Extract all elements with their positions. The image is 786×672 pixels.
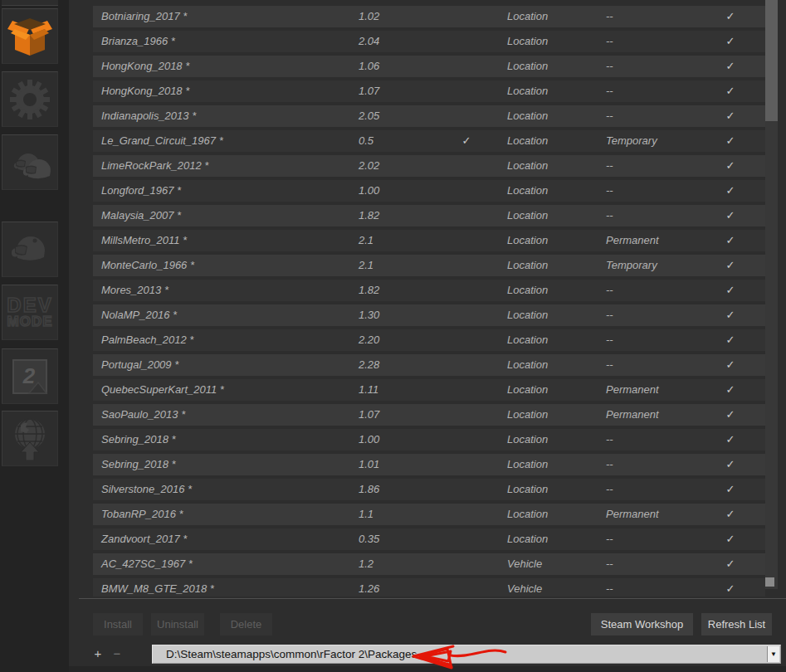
installed-check-icon	[456, 280, 476, 301]
package-type: Location	[507, 155, 548, 177]
table-row[interactable]: Sebring_2018 * 1.00 Location -- ✓	[93, 429, 765, 450]
package-type: Location	[507, 105, 548, 127]
verified-check-icon: ✓	[720, 578, 740, 597]
package-version: 1.06	[359, 56, 379, 77]
installed-check-icon	[456, 479, 476, 500]
package-version: 1.00	[359, 429, 379, 450]
packages-path-value: D:\Steam\steamapps\common\rFactor 2\Pack…	[166, 645, 417, 663]
chevron-down-icon[interactable]: ▼	[767, 646, 779, 662]
installed-check-icon	[456, 404, 476, 426]
installed-check-icon	[456, 504, 476, 525]
sidebar-item-partial[interactable]	[2, 0, 58, 6]
installed-check-icon	[456, 379, 476, 401]
package-version: 1.07	[359, 404, 379, 426]
uninstall-button[interactable]: Uninstall	[151, 613, 204, 635]
table-row[interactable]: MonteCarlo_1966 * 2.1 Location Temporary…	[93, 255, 765, 276]
installed-check-icon	[456, 578, 476, 597]
package-status: --	[606, 553, 613, 575]
table-row[interactable]: Zandvoort_2017 * 0.35 Location -- ✓	[93, 528, 765, 550]
dev-mode-label-line1: DEV	[7, 296, 52, 315]
table-row[interactable]: Portugal_2009 * 2.28 Location -- ✓	[93, 354, 765, 376]
package-type: Location	[507, 504, 548, 525]
table-row[interactable]: TobanRP_2016 * 1.1 Location Permanent ✓	[93, 504, 765, 525]
add-path-button[interactable]: +	[90, 644, 105, 664]
package-name: Silverstone_2016 *	[101, 479, 192, 500]
package-version: 1.82	[359, 280, 379, 301]
package-status: --	[606, 578, 613, 597]
package-status: Permanent	[606, 504, 659, 525]
packages-path-dropdown[interactable]: D:\Steam\steamapps\common\rFactor 2\Pack…	[152, 645, 781, 664]
steam-workshop-button[interactable]: Steam Workshop	[591, 613, 693, 635]
verified-check-icon: ✓	[720, 553, 740, 575]
package-status: Permanent	[606, 230, 659, 251]
table-row[interactable]: Silverstone_2016 * 1.86 Location -- ✓	[93, 479, 765, 500]
sidebar-item-rfactor2[interactable]: 2	[2, 348, 58, 404]
delete-button[interactable]: Delete	[220, 613, 272, 635]
sidebar-item-dev-mode[interactable]: DEV MODE	[2, 285, 58, 340]
installed-check-icon	[456, 180, 476, 202]
scrollbar-corner	[765, 577, 774, 587]
table-row[interactable]: Mores_2013 * 1.82 Location -- ✓	[93, 280, 765, 301]
package-type: Location	[507, 304, 548, 326]
package-status: --	[606, 180, 613, 202]
table-row[interactable]: HongKong_2018 * 1.06 Location -- ✓	[93, 56, 765, 77]
dual-helmets-icon	[7, 143, 53, 183]
table-row[interactable]: SaoPaulo_2013 * 1.07 Location Permanent …	[93, 404, 765, 426]
package-version: 1.1	[359, 504, 373, 525]
installed-check-icon	[456, 155, 476, 177]
install-button[interactable]: Install	[93, 613, 143, 635]
scrollbar-thumb[interactable]	[765, 0, 778, 121]
package-status: --	[606, 454, 613, 475]
package-version: 2.20	[359, 329, 379, 351]
table-row[interactable]: QuebecSuperKart_2011 * 1.11 Location Per…	[93, 379, 765, 401]
sidebar-item-singleplayer[interactable]	[2, 222, 58, 277]
table-row[interactable]: Le_Grand_Circuit_1967 * 0.5 ✓ Location T…	[93, 130, 765, 152]
table-row[interactable]: Indianapolis_2013 * 2.05 Location -- ✓	[93, 105, 765, 127]
verified-check-icon: ✓	[720, 255, 740, 276]
package-status: --	[606, 205, 613, 226]
refresh-list-button[interactable]: Refresh List	[701, 613, 772, 635]
installed-check-icon	[456, 230, 476, 251]
verified-check-icon: ✓	[720, 155, 740, 177]
package-version: 2.1	[359, 255, 373, 276]
package-type: Location	[507, 280, 548, 301]
verified-check-icon: ✓	[720, 454, 740, 475]
table-row[interactable]: MillsMetro_2011 * 2.1 Location Permanent…	[93, 230, 765, 251]
table-row[interactable]: NolaMP_2016 * 1.30 Location -- ✓	[93, 304, 765, 326]
scrollbar-track[interactable]	[765, 0, 778, 589]
package-type: Location	[507, 180, 548, 202]
sidebar-item-packages[interactable]	[2, 8, 58, 64]
package-type: Location	[507, 404, 548, 426]
package-name: Botniaring_2017 *	[101, 6, 187, 27]
sidebar-item-multiplayer[interactable]	[2, 134, 58, 190]
package-status: --	[606, 528, 613, 550]
table-row[interactable]: Botniaring_2017 * 1.02 Location -- ✓	[93, 6, 765, 27]
package-status: Temporary	[606, 255, 657, 276]
table-row[interactable]: BMW_M8_GTE_2018 * 1.26 Vehicle -- ✓	[93, 578, 765, 597]
verified-check-icon: ✓	[720, 329, 740, 351]
verified-check-icon: ✓	[720, 31, 740, 52]
table-row[interactable]: PalmBeach_2012 * 2.20 Location -- ✓	[93, 329, 765, 351]
package-name: BMW_M8_GTE_2018 *	[101, 578, 214, 597]
sidebar-item-settings[interactable]	[2, 71, 58, 127]
table-row[interactable]: Longford_1967 * 1.00 Location -- ✓	[93, 180, 765, 202]
table-row[interactable]: Brianza_1966 * 2.04 Location -- ✓	[93, 31, 765, 52]
verified-check-icon: ✓	[720, 404, 740, 426]
remove-path-button[interactable]: −	[110, 644, 124, 664]
table-row[interactable]: Malaysia_2007 * 1.82 Location -- ✓	[93, 205, 765, 226]
package-type: Location	[507, 255, 548, 276]
table-row[interactable]: LimeRockPark_2012 * 2.02 Location -- ✓	[93, 155, 765, 177]
table-row[interactable]: HongKong_2018 * 1.07 Location -- ✓	[93, 80, 765, 102]
package-status: --	[606, 56, 613, 77]
package-name: PalmBeach_2012 *	[101, 329, 193, 351]
table-row[interactable]: Sebring_2018 * 1.01 Location -- ✓	[93, 454, 765, 475]
footer-divider	[79, 598, 786, 599]
installed-check-icon	[456, 255, 476, 276]
package-version: 2.05	[359, 105, 379, 127]
package-status: --	[606, 6, 613, 27]
verified-check-icon: ✓	[720, 230, 740, 251]
bottom-strip	[69, 666, 786, 672]
table-row[interactable]: AC_427SC_1967 * 1.2 Vehicle -- ✓	[93, 553, 765, 575]
package-type: Location	[507, 379, 548, 401]
sidebar-item-web[interactable]	[2, 411, 58, 466]
